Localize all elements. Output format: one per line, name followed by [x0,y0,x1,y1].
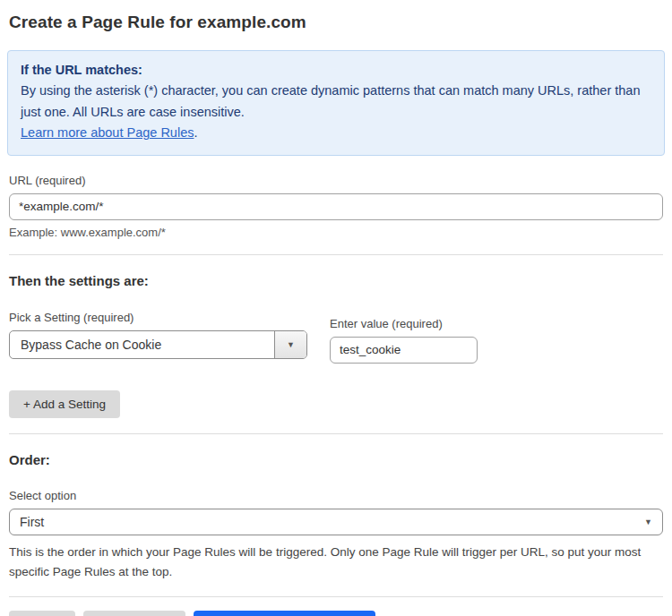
divider [9,254,663,255]
page-rule-form: Create a Page Rule for example.com If th… [0,0,672,616]
add-setting-button[interactable]: + Add a Setting [9,390,120,418]
chevron-down-icon: ▼ [644,518,652,526]
settings-row: Pick a Setting (required) Bypass Cache o… [9,311,663,364]
setting-value-label: Enter value (required) [330,317,478,330]
url-input[interactable] [9,193,663,220]
info-box-link-line: Learn more about Page Rules. [21,123,651,143]
learn-more-link[interactable]: Learn more about Page Rules [21,125,194,140]
info-box-heading: If the URL matches: [21,60,651,81]
chevron-down-icon: ▼ [287,340,295,349]
link-suffix: . [194,125,197,140]
url-field-label: URL (required) [9,174,663,187]
setting-value-column: Enter value (required) [330,317,478,364]
save-as-draft-button[interactable]: Save as Draft [83,611,185,616]
setting-select[interactable]: Bypass Cache on Cookie ▼ [9,330,307,359]
order-select-label: Select option [9,489,663,502]
url-match-info-box: If the URL matches: By using the asteris… [7,50,665,156]
url-example-hint: Example: www.example.com/* [9,226,663,239]
settings-section-heading: Then the settings are: [9,273,663,288]
divider [9,433,663,434]
setting-value-input[interactable] [330,337,478,364]
order-section-heading: Order: [9,452,663,467]
save-and-deploy-button[interactable]: Save and Deploy Page Rule [194,611,376,616]
order-select-value: First [20,515,44,529]
cancel-button[interactable]: Cancel [9,611,75,616]
order-help-text: This is the order in which your Page Rul… [9,543,658,581]
order-select[interactable]: First ▼ [9,509,663,535]
info-box-body: By using the asterisk (*) character, you… [21,81,651,123]
setting-select-value: Bypass Cache on Cookie [10,331,274,358]
setting-picker-label: Pick a Setting (required) [9,311,307,324]
form-actions: Cancel Save as Draft Save and Deploy Pag… [9,611,663,616]
page-title: Create a Page Rule for example.com [9,13,663,32]
setting-picker-column: Pick a Setting (required) Bypass Cache o… [9,311,307,359]
setting-select-dropdown-button[interactable]: ▼ [274,331,306,358]
divider [9,596,663,597]
